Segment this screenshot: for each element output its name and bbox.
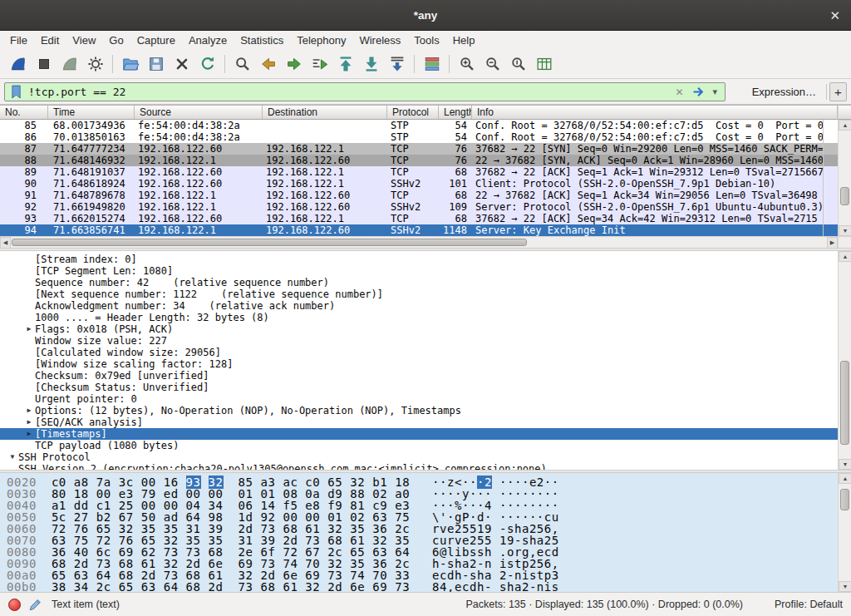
menu-help[interactable]: Help bbox=[446, 32, 482, 49]
expression-button[interactable]: Expression… bbox=[747, 79, 821, 104]
detail-line[interactable]: Window size value: 227 bbox=[0, 335, 838, 347]
go-forward-button[interactable] bbox=[281, 52, 307, 76]
collapsed-icon[interactable]: ▶ bbox=[23, 405, 35, 416]
detail-line[interactable]: ▶Flags: 0x018 (PSH, ACK) bbox=[0, 323, 838, 335]
menu-view[interactable]: View bbox=[66, 32, 102, 49]
expert-info-icon[interactable] bbox=[8, 599, 21, 611]
go-back-button[interactable] bbox=[255, 52, 281, 76]
packet-row-85[interactable]: 8568.001734936fe:54:00:d4:38:2aSTP54Conf… bbox=[0, 120, 823, 131]
packet-row-87[interactable]: 8771.647777234192.168.122.60192.168.122.… bbox=[0, 143, 823, 155]
colorize-button[interactable] bbox=[419, 52, 445, 76]
menu-file[interactable]: File bbox=[3, 32, 34, 49]
zoom-reset-button[interactable] bbox=[505, 52, 531, 76]
scroll-left-icon[interactable]: ◀ bbox=[0, 237, 11, 249]
scrollbar-thumb[interactable] bbox=[840, 489, 849, 510]
detail-line[interactable]: Checksum: 0x79ed [unverified] bbox=[0, 370, 838, 382]
detail-line[interactable]: ▶[SEQ/ACK analysis] bbox=[0, 416, 838, 428]
hex-row-0060[interactable]: 0060 72 76 65 32 35 35 31 39 2d 73 68 61… bbox=[0, 523, 838, 535]
hex-row-00b0[interactable]: 00b0 38 34 2c 65 63 64 68 2d 73 68 61 32… bbox=[0, 581, 838, 592]
hex-row-00a0[interactable]: 00a0 65 63 64 68 2d 73 68 61 32 2d 6e 69… bbox=[0, 569, 838, 581]
scroll-up-icon[interactable]: ▲ bbox=[839, 120, 851, 131]
close-icon[interactable]: ✕ bbox=[829, 9, 840, 22]
stop-capture-button[interactable] bbox=[31, 52, 57, 76]
detail-line[interactable]: ▶[Timestamps] bbox=[0, 428, 838, 440]
open-file-button[interactable] bbox=[117, 52, 143, 76]
hex-row-0020[interactable]: 0020 c0 a8 7a 3c 00 16 93 32 85 a3 ac c0… bbox=[0, 476, 838, 488]
column-header-time[interactable]: Time bbox=[48, 106, 135, 119]
scroll-up-icon[interactable]: ▲ bbox=[839, 473, 851, 484]
titlebar[interactable]: *any ✕ bbox=[0, 0, 851, 31]
detail-line[interactable]: Urgent pointer: 0 bbox=[0, 393, 838, 405]
packet-row-88[interactable]: 8871.648146932192.168.122.1192.168.122.6… bbox=[0, 155, 823, 166]
detail-line[interactable]: TCP payload (1080 bytes) bbox=[0, 440, 838, 451]
resize-columns-button[interactable] bbox=[531, 52, 557, 76]
packet-list-minimap[interactable] bbox=[823, 120, 838, 236]
detail-line[interactable]: [Next sequence number: 1122 (relative se… bbox=[0, 288, 838, 300]
details-vscrollbar[interactable]: ▲ ▼ bbox=[838, 251, 851, 470]
find-packet-button[interactable] bbox=[229, 52, 255, 76]
go-first-button[interactable] bbox=[332, 52, 358, 76]
column-header-dst[interactable]: Destination bbox=[263, 106, 387, 119]
display-filter-input[interactable]: !tcp.port == 22 bbox=[24, 86, 669, 98]
filter-dropdown-icon[interactable]: ▾ bbox=[708, 86, 721, 97]
column-header-no[interactable]: No. bbox=[0, 106, 48, 119]
save-file-button[interactable] bbox=[143, 52, 169, 76]
display-filter-field[interactable]: !tcp.port == 22 ✕ ▾ bbox=[4, 82, 726, 101]
reload-file-button[interactable] bbox=[194, 52, 220, 76]
menu-capture[interactable]: Capture bbox=[130, 32, 182, 49]
packet-row-90[interactable]: 9071.648618924192.168.122.60192.168.122.… bbox=[0, 178, 823, 190]
restart-capture-button[interactable] bbox=[57, 52, 82, 76]
menu-edit[interactable]: Edit bbox=[34, 32, 66, 49]
zoom-out-button[interactable] bbox=[480, 52, 505, 76]
packet-list-hscrollbar[interactable]: ◀ ▶ bbox=[0, 236, 838, 248]
scroll-down-icon[interactable]: ▼ bbox=[839, 225, 851, 236]
scroll-down-icon[interactable]: ▼ bbox=[839, 459, 851, 470]
packet-row-92[interactable]: 9271.661949820192.168.122.1192.168.122.6… bbox=[0, 201, 823, 213]
capture-options-button[interactable] bbox=[82, 52, 108, 76]
column-header-info[interactable]: Info bbox=[472, 106, 838, 119]
expanded-icon[interactable]: ▼ bbox=[7, 451, 18, 463]
packet-list-vscrollbar[interactable]: ▲ ▼ bbox=[838, 120, 851, 236]
column-header-proto[interactable]: Protocol bbox=[387, 106, 439, 119]
packet-row-93[interactable]: 9371.662015274192.168.122.60192.168.122.… bbox=[0, 213, 823, 224]
zoom-in-button[interactable] bbox=[454, 52, 480, 76]
menu-tools[interactable]: Tools bbox=[407, 32, 445, 49]
detail-line[interactable]: [Checksum Status: Unverified] bbox=[0, 382, 838, 393]
column-header-src[interactable]: Source bbox=[135, 106, 263, 119]
detail-line[interactable]: Sequence number: 42 (relative sequence n… bbox=[0, 277, 838, 288]
detail-line[interactable]: ▶Options: (12 bytes), No-Operation (NOP)… bbox=[0, 405, 838, 416]
packet-row-94[interactable]: 9471.663856741192.168.122.1192.168.122.6… bbox=[0, 224, 823, 236]
scroll-up-icon[interactable]: ▲ bbox=[839, 251, 851, 262]
detail-line[interactable]: [Stream index: 0] bbox=[0, 254, 838, 265]
scrollbar-thumb[interactable] bbox=[840, 187, 849, 205]
detail-line[interactable]: [TCP Segment Len: 1080] bbox=[0, 265, 838, 277]
hex-row-0090[interactable]: 0090 68 2d 73 68 61 32 2d 6e 69 73 74 70… bbox=[0, 558, 838, 569]
profile-status[interactable]: Profile: Default bbox=[775, 599, 843, 610]
menu-analyze[interactable]: Analyze bbox=[182, 32, 234, 49]
filter-clear-icon[interactable]: ✕ bbox=[669, 86, 689, 98]
packet-row-91[interactable]: 9171.648789678192.168.122.1192.168.122.6… bbox=[0, 190, 823, 201]
scrollbar-thumb[interactable] bbox=[12, 239, 527, 246]
collapsed-icon[interactable]: ▶ bbox=[23, 323, 35, 335]
detail-line[interactable]: ▼SSH Protocol bbox=[0, 451, 838, 463]
column-header-len[interactable]: Length bbox=[439, 106, 472, 119]
hex-row-0030[interactable]: 0030 80 18 00 e3 79 ed 00 00 01 01 08 0a… bbox=[0, 488, 838, 500]
add-filter-button[interactable]: + bbox=[829, 82, 847, 101]
bytes-vscrollbar[interactable]: ▲ ▼ bbox=[838, 473, 851, 592]
packet-row-86[interactable]: 8670.013850163fe:54:00:d4:38:2aSTP54Conf… bbox=[0, 131, 823, 143]
menu-go[interactable]: Go bbox=[102, 32, 130, 49]
filter-apply-icon[interactable] bbox=[689, 85, 708, 99]
scrollbar-thumb[interactable] bbox=[840, 361, 849, 445]
hex-row-0070[interactable]: 0070 63 75 72 76 65 32 35 35 31 39 2d 73… bbox=[0, 535, 838, 546]
collapsed-icon[interactable]: ▶ bbox=[23, 416, 35, 428]
go-last-button[interactable] bbox=[358, 52, 384, 76]
capture-comment-icon[interactable] bbox=[28, 598, 42, 612]
detail-line[interactable]: Acknowledgment number: 34 (relative ack … bbox=[0, 300, 838, 312]
start-capture-button[interactable] bbox=[5, 52, 31, 76]
scroll-right-icon[interactable]: ▶ bbox=[827, 237, 838, 249]
hex-row-0080[interactable]: 0080 36 40 6c 69 62 73 73 68 2e 6f 72 67… bbox=[0, 546, 838, 558]
menu-statistics[interactable]: Statistics bbox=[234, 32, 290, 49]
detail-line[interactable]: [Calculated window size: 29056] bbox=[0, 347, 838, 358]
packet-row-89[interactable]: 8971.648191037192.168.122.60192.168.122.… bbox=[0, 166, 823, 178]
detail-line[interactable]: [Window size scaling factor: 128] bbox=[0, 358, 838, 370]
